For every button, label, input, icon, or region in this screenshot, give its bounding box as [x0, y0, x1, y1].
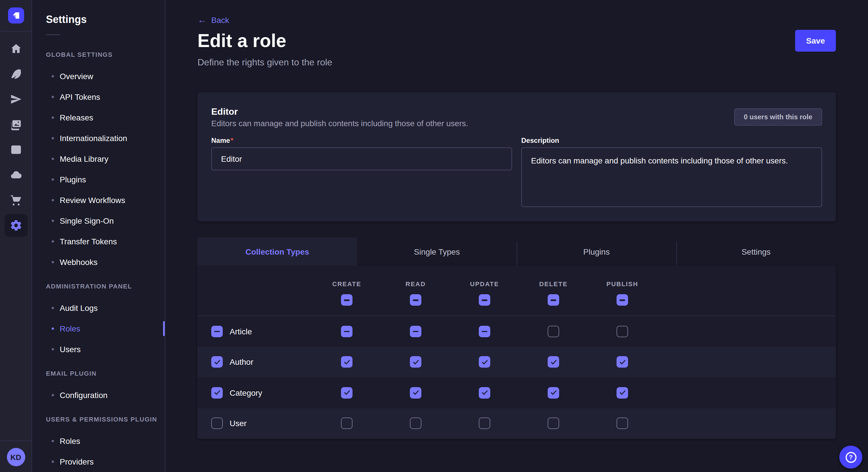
- main-nav-icons: [0, 32, 32, 440]
- row-label: User: [229, 419, 247, 428]
- media-library-icon[interactable]: [4, 113, 27, 136]
- name-input[interactable]: [211, 147, 512, 170]
- user-update-checkbox[interactable]: [479, 418, 490, 429]
- back-arrow-icon: ←: [197, 15, 207, 25]
- sidebar-item-internationalization[interactable]: Internationalization: [46, 128, 165, 148]
- sidebar-item-review-workflows[interactable]: Review Workflows: [46, 190, 165, 210]
- sidebar-item-label: API Tokens: [60, 91, 100, 103]
- sidebar-item-audit-logs[interactable]: Audit Logs: [46, 298, 165, 318]
- row-category-checkbox[interactable]: [211, 387, 223, 399]
- row-user-checkbox[interactable]: [211, 418, 223, 429]
- main-content: ← Back Edit a role Save Define the right…: [165, 0, 868, 472]
- home-icon[interactable]: [4, 37, 27, 60]
- paper-plane-icon[interactable]: [4, 88, 27, 111]
- article-delete-checkbox[interactable]: [548, 326, 559, 337]
- select-all-create-checkbox[interactable]: [341, 294, 352, 306]
- category-delete-checkbox[interactable]: [548, 387, 559, 399]
- help-button[interactable]: ?: [839, 446, 862, 469]
- sidebar-item-label: Roles: [60, 435, 81, 447]
- user-delete-checkbox[interactable]: [548, 418, 559, 429]
- description-field-group: Description Editors can manage and publi…: [521, 136, 822, 209]
- sidebar-section-heading: GLOBAL SETTINGS: [46, 50, 165, 59]
- feather-icon[interactable]: [4, 63, 27, 86]
- bullet-dot: [52, 220, 54, 222]
- category-read-checkbox[interactable]: [410, 387, 422, 399]
- permission-row-article: Article: [197, 316, 836, 347]
- select-all-cell: [381, 294, 450, 306]
- author-delete-checkbox[interactable]: [548, 357, 559, 368]
- user-publish-checkbox[interactable]: [617, 418, 628, 429]
- settings-gear-icon[interactable]: [4, 214, 27, 237]
- tab-plugins[interactable]: Plugins: [517, 237, 676, 266]
- back-link[interactable]: ← Back: [197, 15, 229, 25]
- row-label-cell: User: [197, 418, 312, 429]
- cloud-icon[interactable]: [4, 164, 27, 187]
- permissions-panel: CREATEREADUPDATEDELETEPUBLISH ArticleAut…: [197, 266, 836, 439]
- sidebar-item-api-tokens[interactable]: API Tokens: [46, 87, 165, 107]
- sidebar-item-label: Transfer Tokens: [60, 236, 117, 247]
- bullet-dot: [52, 199, 54, 201]
- sidebar-item-single-sign-on[interactable]: Single Sign-On: [46, 210, 165, 231]
- user-read-checkbox[interactable]: [410, 418, 422, 429]
- permission-cell: [381, 326, 450, 337]
- tab-single-types[interactable]: Single Types: [357, 237, 517, 266]
- bullet-dot: [52, 261, 54, 263]
- main-nav-footer: KD: [0, 440, 32, 472]
- layout-icon[interactable]: [4, 138, 27, 161]
- category-create-checkbox[interactable]: [341, 387, 352, 399]
- tab-collection-types[interactable]: Collection Types: [197, 237, 357, 266]
- marketplace-cart-icon[interactable]: [4, 189, 27, 212]
- sidebar-item-users[interactable]: Users: [46, 339, 165, 360]
- role-name-heading: Editor: [211, 106, 822, 117]
- tab-settings[interactable]: Settings: [676, 237, 836, 266]
- strapi-logo[interactable]: [0, 0, 32, 32]
- article-create-checkbox[interactable]: [341, 326, 352, 337]
- name-field-group: Name*: [211, 136, 512, 209]
- sidebar-item-webhooks[interactable]: Webhooks: [46, 252, 165, 272]
- author-read-checkbox[interactable]: [410, 357, 422, 368]
- permission-cell: [312, 418, 381, 429]
- sidebar-item-plugins[interactable]: Plugins: [46, 169, 165, 190]
- article-update-checkbox[interactable]: [479, 326, 490, 337]
- category-publish-checkbox[interactable]: [617, 387, 628, 399]
- row-article-checkbox[interactable]: [211, 326, 223, 337]
- select-all-update-checkbox[interactable]: [479, 294, 490, 306]
- select-all-read-checkbox[interactable]: [410, 294, 422, 306]
- author-update-checkbox[interactable]: [479, 357, 490, 368]
- permission-cell: [519, 418, 588, 429]
- sidebar-item-configuration[interactable]: Configuration: [46, 385, 165, 405]
- article-read-checkbox[interactable]: [410, 326, 422, 337]
- tab-label: Collection Types: [245, 247, 309, 256]
- sidebar-item-roles[interactable]: Roles: [46, 431, 165, 451]
- select-all-delete-checkbox[interactable]: [548, 294, 559, 306]
- divider: [0, 440, 32, 441]
- row-label-cell: Article: [197, 326, 312, 337]
- sidebar-item-providers[interactable]: Providers: [46, 451, 165, 472]
- select-all-publish-checkbox[interactable]: [617, 294, 628, 306]
- permission-cell: [588, 387, 657, 399]
- sidebar-item-releases[interactable]: Releases: [46, 107, 165, 128]
- user-create-checkbox[interactable]: [341, 418, 352, 429]
- sidebar-item-label: Providers: [60, 456, 94, 467]
- sidebar-item-label: Plugins: [60, 174, 86, 185]
- save-button[interactable]: Save: [795, 30, 836, 52]
- row-author-checkbox[interactable]: [211, 357, 223, 368]
- select-all-cell: [450, 294, 519, 306]
- article-publish-checkbox[interactable]: [617, 326, 628, 337]
- permission-cell: [450, 387, 519, 399]
- bullet-dot: [52, 461, 54, 463]
- page-subtitle: Define the rights given to the role: [197, 56, 836, 69]
- sidebar-item-overview[interactable]: Overview: [46, 66, 165, 87]
- category-update-checkbox[interactable]: [479, 387, 490, 399]
- tab-label: Plugins: [583, 247, 610, 256]
- user-avatar[interactable]: KD: [7, 448, 25, 466]
- sidebar-item-transfer-tokens[interactable]: Transfer Tokens: [46, 231, 165, 252]
- divider: [46, 34, 60, 35]
- author-publish-checkbox[interactable]: [617, 357, 628, 368]
- role-description-text: Editors can manage and publish contents …: [211, 117, 822, 129]
- author-create-checkbox[interactable]: [341, 357, 352, 368]
- required-asterisk: *: [230, 136, 233, 144]
- sidebar-item-roles[interactable]: Roles: [46, 318, 165, 339]
- description-textarea[interactable]: Editors can manage and publish contents …: [521, 147, 822, 207]
- sidebar-item-media-library[interactable]: Media Library: [46, 148, 165, 169]
